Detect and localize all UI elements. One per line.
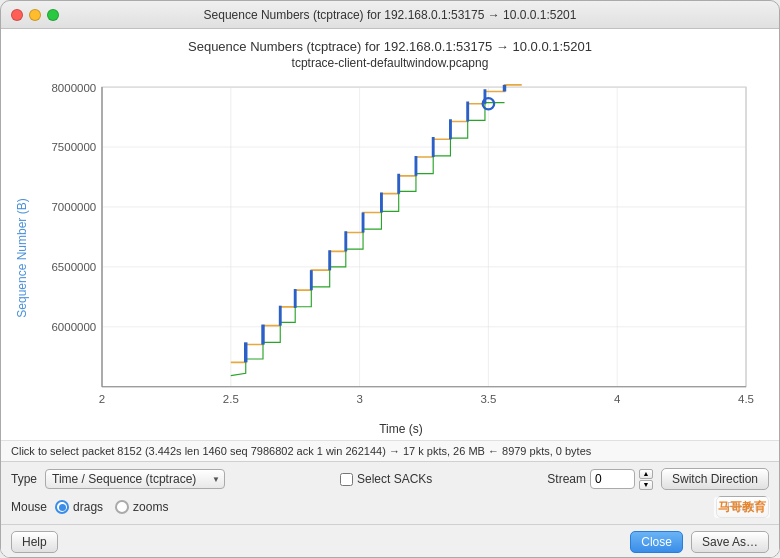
mouse-zooms-label[interactable]: zooms [115,500,168,514]
mouse-drags-radio[interactable] [55,500,69,514]
traffic-lights [11,9,59,21]
mouse-radio-group: drags zooms [55,500,168,514]
maximize-button[interactable] [47,9,59,21]
mouse-zooms-text: zooms [133,500,168,514]
select-sacks-checkbox[interactable] [340,473,353,486]
chart-area: Sequence Number (B) [11,76,769,440]
stream-down-button[interactable]: ▼ [639,480,653,490]
svg-text:6000000: 6000000 [51,321,96,333]
y-axis-label: Sequence Number (B) [15,198,29,317]
chart-title: Sequence Numbers (tcptrace) for 192.168.… [188,39,592,54]
save-as-button[interactable]: Save As… [691,531,769,553]
window-title: Sequence Numbers (tcptrace) for 192.168.… [204,8,577,22]
mouse-drags-label[interactable]: drags [55,500,103,514]
stream-label: Stream [547,472,586,486]
minimize-button[interactable] [29,9,41,21]
stream-up-button[interactable]: ▲ [639,469,653,479]
chart-subtitle: tcptrace-client-defaultwindow.pcapng [292,56,489,70]
svg-text:2.5: 2.5 [223,394,239,406]
x-axis-label: Time (s) [33,420,769,440]
y-axis-label-container: Sequence Number (B) [11,76,33,440]
stream-input[interactable] [590,469,635,489]
control-row-1: Type Time / Sequence (tcptrace) Time / S… [11,468,769,490]
type-select[interactable]: Time / Sequence (tcptrace) Time / Sequen… [45,469,225,489]
main-content: Sequence Numbers (tcptrace) for 192.168.… [1,29,779,558]
close-button[interactable] [11,9,23,21]
svg-text:4.5: 4.5 [738,394,754,406]
mouse-zooms-radio[interactable] [115,500,129,514]
chart-container: Sequence Numbers (tcptrace) for 192.168.… [1,29,779,440]
chart-svg[interactable]: 8000000 7500000 7000000 6500000 6000000 … [33,76,769,420]
switch-direction-button[interactable]: Switch Direction [661,468,769,490]
svg-text:3: 3 [356,394,362,406]
titlebar: Sequence Numbers (tcptrace) for 192.168.… [1,1,779,29]
control-row-2: Mouse drags zooms Reset [11,496,769,518]
svg-text:4: 4 [614,394,620,406]
type-label: Type [11,472,37,486]
svg-text:7500000: 7500000 [51,142,96,154]
chart-inner: 8000000 7500000 7000000 6500000 6000000 … [33,76,769,440]
select-sacks-text: Select SACKs [357,472,432,486]
mouse-drags-text: drags [73,500,103,514]
close-button[interactable]: Close [630,531,683,553]
status-bar: Click to select packet 8152 (3.442s len … [1,440,779,461]
svg-text:3.5: 3.5 [480,394,496,406]
help-button[interactable]: Help [11,531,58,553]
svg-rect-0 [102,87,746,387]
type-select-wrapper: Time / Sequence (tcptrace) Time / Sequen… [45,469,225,489]
mouse-label: Mouse [11,500,47,514]
stream-control: Stream ▲ ▼ [547,469,653,490]
status-text: Click to select packet 8152 (3.442s len … [11,445,591,457]
svg-text:7000000: 7000000 [51,202,96,214]
controls-panel: Type Time / Sequence (tcptrace) Time / S… [1,461,779,524]
svg-text:2: 2 [99,394,105,406]
watermark: 马哥教育 [714,497,770,518]
bottom-bar: Help Close Save As… [1,524,779,558]
svg-text:6500000: 6500000 [51,261,96,273]
stream-spinner: ▲ ▼ [639,469,653,490]
select-sacks-label[interactable]: Select SACKs [340,472,432,486]
svg-text:8000000: 8000000 [51,82,96,94]
